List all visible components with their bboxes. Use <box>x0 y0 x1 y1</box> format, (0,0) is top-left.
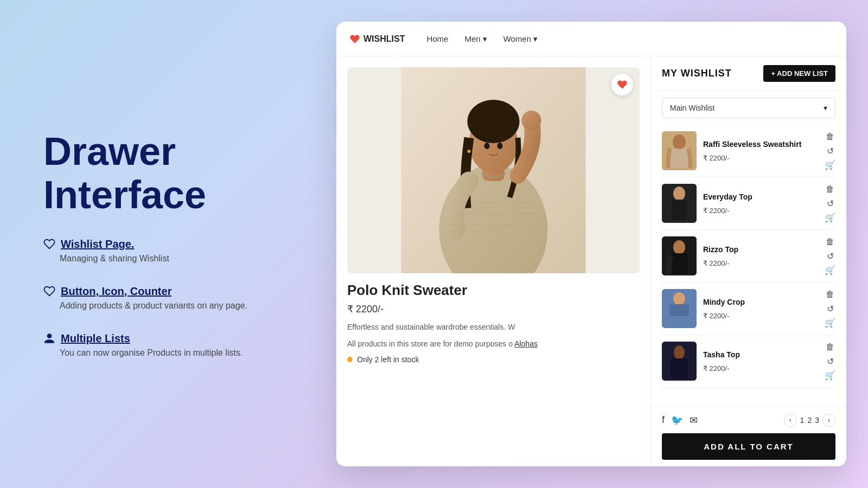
item-image-rizzo <box>662 236 697 275</box>
delete-icon[interactable]: 🗑 <box>825 289 835 300</box>
wishlist-heart-button[interactable] <box>611 74 633 95</box>
twitter-icon[interactable]: 🐦 <box>671 414 683 426</box>
main-content: Polo Knit Sweater ₹ 2200/- Effortless an… <box>336 56 846 466</box>
footer-social-row: f 🐦 ✉ ‹ 1 2 3 › <box>662 414 835 427</box>
svg-point-9 <box>484 143 490 149</box>
add-to-cart-icon[interactable]: 🛒 <box>825 212 835 223</box>
item-price-tasha: ₹ 2200/- <box>703 364 818 373</box>
item-info-rizzo: Rizzo Top ₹ 2200/- <box>703 245 818 267</box>
svg-rect-20 <box>671 253 688 274</box>
refresh-icon[interactable]: ↺ <box>825 251 835 261</box>
chevron-down-icon: ▾ <box>483 34 487 44</box>
svg-point-13 <box>673 134 686 150</box>
item-name-mindy: Mindy Crop <box>703 298 818 306</box>
email-icon[interactable]: ✉ <box>690 414 698 426</box>
delete-icon[interactable]: 🗑 <box>825 131 835 142</box>
add-all-to-cart-button[interactable]: ADD ALL TO CART <box>662 433 835 460</box>
facebook-icon[interactable]: f <box>662 414 665 426</box>
main-title: Drawer Interface <box>43 130 293 216</box>
logo-heart-icon <box>349 34 360 44</box>
feature-title-row-1: Wishlist Page. <box>43 238 293 251</box>
svg-rect-26 <box>671 358 688 379</box>
svg-point-10 <box>497 143 503 149</box>
stock-dot-icon <box>347 357 353 362</box>
item-info-mindy: Mindy Crop ₹ 2200/- <box>703 298 818 320</box>
item-img-svg-everyday <box>662 184 697 223</box>
item-name-tasha: Tasha Top <box>703 350 818 359</box>
wishlist-items-list: Raffi Sleeveless Sweatshirt ₹ 2200/- 🗑 ↺… <box>651 125 846 407</box>
add-to-cart-icon[interactable]: 🛒 <box>825 370 835 381</box>
refresh-icon[interactable]: ↺ <box>825 145 835 156</box>
add-to-cart-icon[interactable]: 🛒 <box>825 317 835 328</box>
nav-men[interactable]: Men ▾ <box>464 34 487 44</box>
product-description: Effortless and sustainable wardrobe esse… <box>347 322 640 333</box>
add-to-cart-icon[interactable]: 🛒 <box>825 159 835 170</box>
item-name-raffi: Raffi Sleeveless Sweatshirt <box>703 140 818 149</box>
svg-point-16 <box>673 187 685 201</box>
svg-rect-14 <box>670 149 688 168</box>
refresh-icon[interactable]: ↺ <box>825 356 835 367</box>
feature-title-row-3: Multiple Lists <box>43 332 293 345</box>
list-item: Rizzo Top ₹ 2200/- 🗑 ↺ 🛒 <box>662 230 835 282</box>
nav-bar: WISHLIST Home Men ▾ Women ▾ <box>336 22 846 56</box>
social-icons: f 🐦 ✉ <box>662 414 698 426</box>
item-img-svg-tasha <box>662 342 697 381</box>
wishlist-panel-title: MY WISHLIST <box>662 68 732 79</box>
delete-icon[interactable]: 🗑 <box>825 342 835 352</box>
prev-page-button[interactable]: ‹ <box>784 414 797 427</box>
delete-icon[interactable]: 🗑 <box>825 236 835 247</box>
nav-women[interactable]: Women ▾ <box>503 34 538 44</box>
svg-point-11 <box>468 150 471 153</box>
page-3[interactable]: 3 <box>815 416 819 425</box>
product-area: Polo Knit Sweater ₹ 2200/- Effortless an… <box>336 56 651 466</box>
item-info-tasha: Tasha Top ₹ 2200/- <box>703 350 818 373</box>
heart-icon <box>43 238 55 250</box>
refresh-icon[interactable]: ↺ <box>825 198 835 209</box>
wishlist-select-dropdown[interactable]: Main Wishlist ▾ <box>662 98 835 118</box>
item-actions-tasha: 🗑 ↺ 🛒 <box>825 342 835 381</box>
page-2[interactable]: 2 <box>807 416 812 425</box>
item-name-everyday: Everyday Top <box>703 192 818 201</box>
item-image-everyday <box>662 184 697 223</box>
item-name-rizzo: Rizzo Top <box>703 245 818 254</box>
item-actions-everyday: 🗑 ↺ 🛒 <box>825 184 835 223</box>
feature-title-2[interactable]: Button, Icon, Counter <box>61 285 171 298</box>
feature-title-1[interactable]: Wishlist Page. <box>61 238 134 251</box>
feature-button-icon: Button, Icon, Counter Adding products & … <box>43 285 293 311</box>
add-to-cart-icon[interactable]: 🛒 <box>825 265 835 275</box>
nav-logo[interactable]: WISHLIST <box>349 34 405 44</box>
stock-text: Only 2 left in stock <box>357 355 419 364</box>
svg-point-5 <box>522 111 541 130</box>
wishlist-footer: f 🐦 ✉ ‹ 1 2 3 › ADD ALL TO CART <box>651 407 846 466</box>
item-image-raffi <box>662 131 697 170</box>
feature-desc-2: Adding products & product variants on an… <box>60 301 293 311</box>
refresh-icon[interactable]: ↺ <box>825 303 835 314</box>
person-icon <box>43 332 55 344</box>
delete-icon[interactable]: 🗑 <box>825 184 835 195</box>
item-price-everyday: ₹ 2200/- <box>703 207 818 215</box>
svg-point-19 <box>673 240 685 254</box>
item-img-svg-mindy <box>662 289 697 328</box>
brand-link[interactable]: Alohas <box>514 339 538 348</box>
wishlist-header: MY WISHLIST + ADD NEW LIST <box>651 56 846 91</box>
nav-home[interactable]: Home <box>426 34 448 43</box>
item-info-raffi: Raffi Sleeveless Sweatshirt ₹ 2200/- <box>703 140 818 162</box>
item-actions-mindy: 🗑 ↺ 🛒 <box>825 289 835 328</box>
item-image-tasha <box>662 342 697 381</box>
heart-filled-icon <box>617 79 628 90</box>
item-info-everyday: Everyday Top ₹ 2200/- <box>703 192 818 215</box>
next-page-button[interactable]: › <box>822 414 835 427</box>
page-1[interactable]: 1 <box>800 416 805 425</box>
item-price-mindy: ₹ 2200/- <box>703 312 818 320</box>
dropdown-chevron-icon: ▾ <box>824 104 827 112</box>
svg-point-22 <box>673 292 685 305</box>
item-actions-rizzo: 🗑 ↺ 🛒 <box>825 236 835 275</box>
item-img-svg-raffi <box>662 131 697 170</box>
feature-wishlist-page: Wishlist Page. Managing & sharing Wishli… <box>43 238 293 264</box>
add-new-list-button[interactable]: + ADD NEW LIST <box>763 65 835 82</box>
list-item: Raffi Sleeveless Sweatshirt ₹ 2200/- 🗑 ↺… <box>662 125 835 177</box>
feature-title-3[interactable]: Multiple Lists <box>61 332 130 345</box>
item-price-rizzo: ₹ 2200/- <box>703 259 818 267</box>
nav-links: Home Men ▾ Women ▾ <box>426 34 833 44</box>
item-price-raffi: ₹ 2200/- <box>703 154 818 162</box>
